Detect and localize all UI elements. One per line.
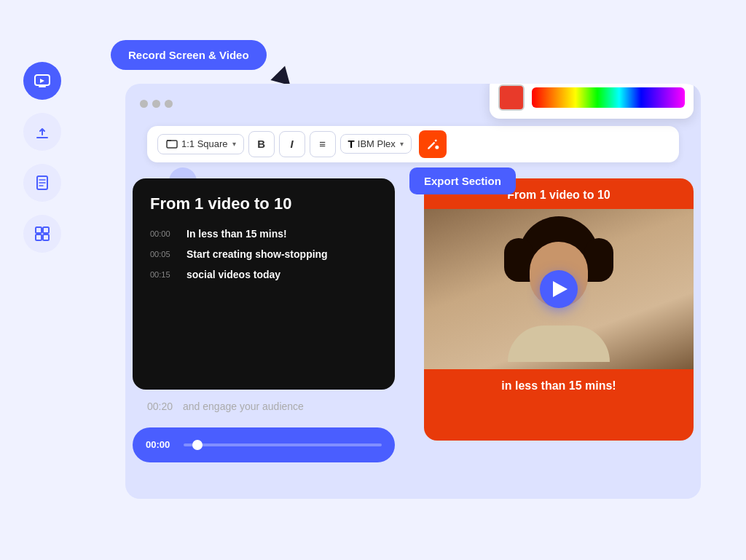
transcript-item-3: 00:15 social videos today [150, 269, 377, 280]
font-selector[interactable]: T IBM Plex ▾ [340, 134, 412, 154]
transcript-item-2: 00:05 Start creating show-stopping [150, 248, 377, 260]
rainbow-gradient-bar[interactable] [532, 87, 685, 108]
align-button[interactable]: ≡ [310, 131, 336, 157]
export-section-badge[interactable]: Export Section [409, 167, 516, 194]
transcript-item-1: 00:00 In less than 15 mins! [150, 228, 377, 240]
svg-rect-10 [167, 141, 177, 148]
svg-rect-7 [43, 227, 49, 233]
transcript-time-2: 00:05 [150, 250, 176, 259]
sidebar-icon-record[interactable] [23, 62, 61, 100]
faded-time: 00:20 [147, 401, 173, 412]
play-triangle-icon [553, 281, 568, 297]
font-chevron: ▾ [400, 140, 404, 148]
window-dots [140, 100, 173, 108]
dot-yellow [152, 100, 160, 108]
paint-bucket-button[interactable] [419, 130, 447, 158]
playback-thumb[interactable] [192, 440, 203, 450]
upload-icon [34, 123, 51, 141]
transcript-panel: From 1 video to 10 00:00 In less than 15… [133, 178, 395, 390]
bold-button[interactable]: B [248, 131, 275, 157]
aspect-ratio-icon [165, 138, 178, 151]
svg-point-12 [435, 145, 439, 149]
transcript-time-1: 00:00 [150, 229, 176, 238]
sidebar-icon-layout[interactable] [23, 215, 61, 253]
font-name-label: IBM Plex [358, 138, 396, 149]
shoulders [508, 326, 610, 362]
faded-text: and engage your audience [183, 401, 304, 412]
aspect-ratio-label: 1:1 Square [181, 138, 228, 149]
transcript-text-1: In less than 15 mins! [186, 228, 287, 240]
playback-bar[interactable]: 00:00 [133, 427, 395, 462]
color-picker-bar[interactable] [490, 84, 694, 119]
svg-rect-6 [36, 227, 42, 233]
transcript-text-3: social videos today [186, 269, 280, 280]
dot-green [165, 100, 173, 108]
transcript-time-3: 00:15 [150, 270, 176, 279]
dot-red [140, 100, 148, 108]
format-toolbar: 1:1 Square ▾ B I ≡ T IBM Plex ▾ [147, 126, 679, 162]
italic-button[interactable]: I [279, 131, 305, 157]
aspect-ratio-chevron: ▾ [232, 140, 236, 148]
document-icon [34, 174, 51, 192]
font-t-label: T [348, 138, 355, 150]
transcript-title: From 1 video to 10 [150, 194, 377, 213]
svg-rect-8 [36, 234, 42, 240]
record-screen-icon [34, 72, 51, 90]
aspect-ratio-selector[interactable]: 1:1 Square ▾ [157, 134, 244, 154]
video-card-image [424, 209, 694, 369]
layout-icon [34, 225, 51, 242]
color-swatch[interactable] [498, 84, 525, 111]
scene: Record Screen & Video 1:1 Square ▾ [23, 18, 723, 543]
video-preview-card: From 1 video to 10 in less than 1 [424, 178, 694, 441]
transcript-text-2: Start creating show-stopping [186, 248, 328, 260]
transcript-faded-item: 00:20 and engage your audience [147, 401, 304, 412]
sidebar [23, 62, 61, 253]
sidebar-icon-document[interactable] [23, 164, 61, 202]
paint-bucket-icon [425, 137, 440, 151]
sidebar-icon-upload[interactable] [23, 113, 61, 151]
play-button[interactable] [540, 270, 578, 308]
editor-panel: 1:1 Square ▾ B I ≡ T IBM Plex ▾ [125, 84, 701, 499]
svg-rect-9 [43, 234, 49, 240]
playback-time: 00:00 [146, 439, 173, 450]
video-card-footer: in less than 15 mins! [424, 369, 694, 403]
record-screen-button[interactable]: Record Screen & Video [111, 40, 267, 70]
playback-track[interactable] [184, 443, 382, 446]
cursor-arrow [270, 63, 294, 84]
